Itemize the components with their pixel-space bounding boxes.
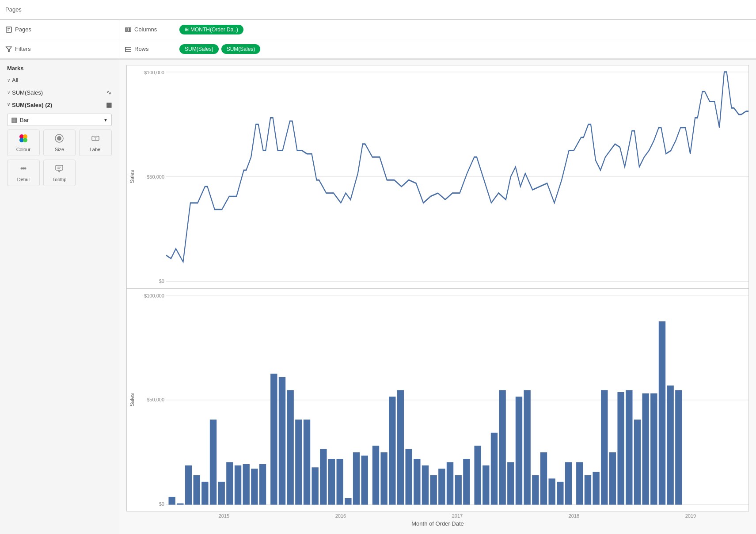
marks-title: Marks [7,65,112,72]
svg-rect-35 [201,481,208,504]
row-pill1-text: SUM(Sales) [185,46,213,52]
dropdown-arrow-icon: ▼ [103,118,108,122]
marks-sum-sales2-label: SUM(Sales) (2) [12,102,52,108]
svg-rect-40 [243,464,250,504]
svg-rect-20 [129,28,131,31]
chevron-down-icon-2: ∨ [7,90,10,95]
svg-rect-78 [565,462,572,504]
marks-all-item[interactable]: ∨ All [7,75,112,85]
svg-rect-80 [585,475,591,505]
columns-shelf: Columns [125,26,178,33]
column-pill[interactable]: ⊞ MONTH(Order Da..) [179,25,243,34]
svg-rect-70 [499,390,505,504]
mark-type-dropdown[interactable]: ▦ Bar ▼ [7,114,112,126]
svg-rect-45 [287,390,293,504]
svg-rect-19 [128,28,129,31]
detail-label: Detail [17,177,30,182]
svg-rect-79 [576,462,583,504]
bottom-y-axis: $100,000 $50,000 $0 [137,289,166,511]
svg-rect-69 [491,432,498,504]
svg-rect-33 [185,465,192,504]
label-button[interactable]: T Label [79,130,112,156]
svg-rect-66 [463,459,470,505]
svg-point-7 [23,138,27,142]
svg-rect-82 [601,390,608,504]
rows-shelf: Rows [125,46,178,53]
bar-icon: ▦ [11,116,17,124]
svg-rect-58 [397,390,404,504]
svg-rect-81 [593,472,599,504]
svg-rect-89 [659,321,665,505]
svg-rect-38 [226,462,233,504]
size-button[interactable]: Size [43,130,76,156]
svg-rect-42 [259,464,266,504]
svg-rect-41 [251,469,258,504]
colour-label: Colour [16,147,30,152]
marks-sum-sales-label: SUM(Sales) [12,89,43,96]
svg-rect-36 [210,420,217,505]
bottom-chart-panel: Sales $100,000 $50,000 $0 [126,289,749,512]
svg-rect-75 [540,452,547,504]
marks-sum-sales-item[interactable]: ∨ SUM(Sales) ∿ [7,87,112,98]
svg-rect-85 [626,390,632,504]
pages-shelf-label: Pages [5,26,58,33]
svg-rect-83 [609,452,616,504]
line-icon: ∿ [106,89,112,96]
tooltip-button[interactable]: Tooltip [43,160,76,186]
svg-rect-0 [6,27,11,32]
svg-rect-59 [405,449,412,504]
svg-rect-52 [345,498,351,504]
svg-rect-43 [270,374,277,504]
svg-rect-86 [634,420,641,505]
column-pill-text: MONTH(Order Da..) [190,27,238,33]
svg-rect-48 [312,467,319,504]
svg-rect-71 [507,462,514,504]
top-y-axis-label: Sales [127,65,137,288]
columns-label-text: Columns [134,26,157,33]
row-pill2-text: SUM(Sales) [227,46,255,52]
svg-rect-87 [642,393,649,504]
svg-rect-55 [372,446,379,504]
svg-rect-32 [177,503,183,504]
rows-label-text: Rows [134,46,149,52]
svg-rect-51 [337,459,343,505]
colour-icon [19,134,28,145]
svg-rect-49 [320,449,327,504]
svg-rect-72 [516,397,522,504]
tooltip-icon [54,164,64,175]
row-pill-2[interactable]: SUM(Sales) [221,44,261,54]
left-panel: Pages Filters Marks ∨ All ∨ [0,20,119,534]
marks-panel: Marks ∨ All ∨ SUM(Sales) ∿ ∧ SUM(Sales) … [0,60,119,534]
label-icon: T [91,134,100,145]
svg-rect-53 [353,452,360,504]
svg-rect-31 [168,496,175,504]
pages-text: Pages [15,26,31,33]
svg-rect-34 [194,475,200,505]
svg-rect-39 [235,465,241,504]
bottom-chart-inner [166,289,748,511]
row-pill-1[interactable]: SUM(Sales) [179,44,219,54]
bar-chart-icon: ▦ [106,101,112,108]
chevron-up-icon: ∧ [7,103,10,107]
bottom-bar-chart [166,289,748,511]
svg-point-9 [57,136,61,141]
svg-rect-65 [455,475,462,505]
top-chart-panel: Sales $100,000 $50,000 $0 [126,65,749,289]
top-chart-inner [166,65,748,288]
detail-icon [19,164,28,175]
chart-area: Columns ⊞ MONTH(Order Da..) Rows [119,20,756,534]
bottom-y-axis-label: Sales [127,289,137,511]
tooltip-label: Tooltip [53,177,67,182]
svg-rect-68 [482,465,489,504]
colour-button[interactable]: Colour [7,130,40,156]
svg-rect-77 [557,481,563,504]
pages-label: Pages [5,6,58,13]
svg-rect-47 [304,420,310,505]
svg-rect-91 [675,390,682,504]
detail-button[interactable]: Detail [7,160,40,186]
marks-sum-sales2-item[interactable]: ∧ SUM(Sales) (2) ▦ [7,99,112,110]
svg-rect-50 [328,459,335,505]
svg-rect-64 [447,462,453,504]
svg-rect-61 [422,465,429,504]
svg-rect-60 [414,459,420,505]
